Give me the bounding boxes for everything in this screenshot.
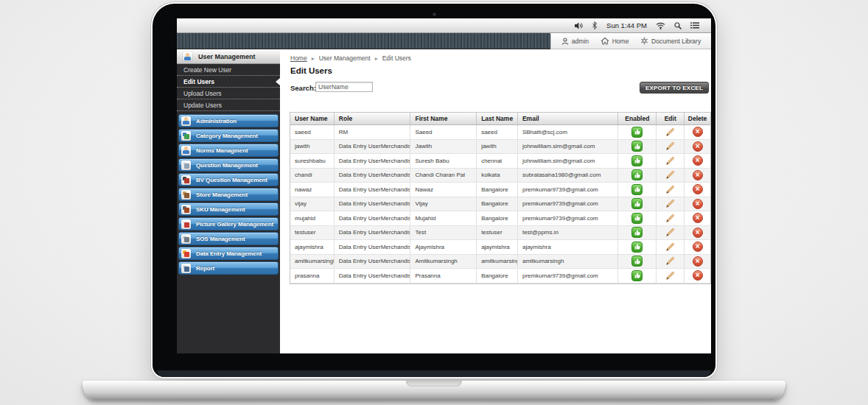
list-icon[interactable] (690, 22, 699, 29)
sidebar-button-label: Administration (196, 118, 237, 124)
sidebar-button[interactable]: Picture Gallery Management (178, 217, 279, 230)
cell-first-name: Test (415, 229, 426, 236)
edit-pencil-icon[interactable] (665, 170, 675, 180)
breadcrumb-separator-icon: ▸ (312, 55, 315, 62)
sidebar-subitem[interactable]: Create New User (177, 64, 280, 76)
cell-role: Data Entry UserMerchandiser (339, 215, 411, 222)
edit-pencil-icon[interactable] (665, 199, 675, 208)
edit-pencil-icon[interactable] (665, 214, 675, 223)
norms-user-icon (181, 146, 191, 155)
enabled-thumb-up-icon[interactable] (631, 184, 643, 195)
cell-last-name: Bangalore (481, 215, 508, 222)
enabled-thumb-up-icon[interactable] (631, 227, 643, 238)
enabled-thumb-up-icon[interactable] (631, 169, 643, 180)
search-label: Search: (290, 84, 316, 92)
cell-user-name: jawith (295, 143, 309, 149)
breadcrumb-user-management[interactable]: User Management (319, 54, 371, 62)
cell-role: Data Entry UserMerchandiser (339, 158, 411, 164)
sidebar-subitem-label: Update Users (183, 102, 222, 109)
delete-x-icon[interactable] (693, 199, 703, 209)
enabled-thumb-up-icon[interactable] (631, 213, 643, 224)
enabled-thumb-up-icon[interactable] (631, 270, 643, 281)
enabled-thumb-up-icon[interactable] (631, 155, 643, 166)
delete-x-icon[interactable] (693, 270, 703, 281)
delete-x-icon[interactable] (693, 141, 703, 152)
delete-x-icon[interactable] (693, 228, 703, 238)
cell-user-name: ajaymishra (295, 244, 323, 250)
table-row: mujahid Data Entry UserMerchandiser Muja… (290, 211, 710, 226)
volume-icon[interactable] (575, 22, 583, 29)
cell-user-name: prasanna (295, 272, 319, 279)
cell-user-name: chandi (295, 172, 312, 178)
breadcrumb-home-link[interactable]: Home (290, 54, 307, 62)
delete-x-icon[interactable] (693, 184, 703, 194)
export-to-excel-button[interactable]: EXPORT TO EXCEL (640, 82, 709, 94)
main-content: Home ▸ User Management ▸ Edit Users Edit… (280, 49, 711, 353)
edit-pencil-icon[interactable] (665, 271, 675, 281)
edit-pencil-icon[interactable] (665, 256, 675, 266)
column-header: User Name (290, 113, 335, 124)
delete-x-icon[interactable] (693, 256, 703, 267)
enabled-thumb-up-icon[interactable] (631, 127, 643, 138)
sidebar-button[interactable]: SKU Management (178, 202, 279, 216)
sidebar-button[interactable]: Data Entry Management (178, 247, 279, 260)
cell-email: test@ppms.in (522, 229, 559, 236)
nav-item-admin[interactable]: admin (561, 38, 589, 45)
delete-x-icon[interactable] (693, 155, 703, 166)
breadcrumb-edit-users[interactable]: Edit Users (382, 54, 411, 62)
delete-x-icon[interactable] (693, 127, 703, 137)
sidebar-button[interactable]: SOS Management (178, 232, 279, 245)
sidebar-button-label: Report (196, 265, 214, 272)
bluetooth-icon[interactable] (592, 21, 598, 29)
search-icon[interactable] (674, 22, 682, 29)
cell-user-name: vijay (295, 200, 307, 207)
table-row: sureshbabu Data Entry UserMerchandiser S… (290, 154, 710, 169)
nav-item-document-library[interactable]: Document Library (640, 37, 701, 45)
sidebar-header-user-management[interactable]: User Management (177, 49, 280, 64)
page-title: Edit Users (290, 66, 332, 75)
sidebar-button[interactable]: Store Management (178, 188, 279, 201)
cell-role: Data Entry UserMerchandiser (339, 200, 411, 207)
cell-email: subratasaha1980@gmail.com (522, 172, 601, 178)
table-row: chandi Data Entry UserMerchandiser Chand… (290, 169, 710, 183)
sidebar-subitem[interactable]: Upload Users (177, 88, 280, 99)
edit-pencil-icon[interactable] (665, 242, 675, 252)
desktop-background: Sun 1:44 PM admin (0, 0, 868, 405)
nav-item-label: admin (572, 38, 589, 45)
sidebar-button[interactable]: Question Management (178, 158, 279, 172)
cell-email: premkumar9739@gmail.com (522, 272, 598, 279)
sidebar-button[interactable]: BV Question Management (178, 173, 279, 186)
sidebar-subitem[interactable]: Edit Users (177, 76, 280, 88)
edit-pencil-icon[interactable] (665, 127, 675, 137)
delete-x-icon[interactable] (693, 242, 703, 252)
enabled-thumb-up-icon[interactable] (631, 198, 643, 209)
cell-user-name: nawaz (295, 186, 312, 193)
edit-pencil-icon[interactable] (665, 141, 675, 151)
cell-role: Data Entry UserMerchandiser (339, 186, 411, 193)
edit-pencil-icon[interactable] (665, 185, 675, 194)
column-header: Role (335, 113, 411, 124)
wifi-icon[interactable] (656, 22, 665, 29)
cell-role: Data Entry UserMerchandiser (339, 272, 411, 279)
sidebar-button-label: Norms Managment (196, 147, 248, 154)
sidebar-subitem[interactable]: Update Users (177, 99, 280, 111)
sidebar-button-label: Store Management (196, 191, 248, 198)
search-input[interactable] (315, 82, 373, 92)
edit-pencil-icon[interactable] (665, 228, 675, 237)
enabled-thumb-up-icon[interactable] (631, 141, 643, 152)
clock-text[interactable]: Sun 1:44 PM (606, 21, 647, 29)
enabled-thumb-up-icon[interactable] (631, 242, 643, 253)
cell-role: Data Entry UserMerchandiser (339, 143, 411, 149)
sidebar-button[interactable]: Report (178, 261, 279, 275)
cell-role: Data Entry UserMerchandiser (339, 172, 411, 178)
sidebar-button[interactable]: Administration (178, 114, 279, 127)
nav-item-home[interactable]: Home (601, 37, 629, 45)
cell-user-name: testuser (295, 229, 315, 236)
delete-x-icon[interactable] (693, 213, 703, 223)
sidebar-button[interactable]: Norms Managment (178, 144, 279, 157)
enabled-thumb-up-icon[interactable] (631, 256, 643, 267)
edit-pencil-icon[interactable] (665, 156, 675, 166)
cell-last-name: chennai (481, 158, 502, 164)
sidebar-button[interactable]: Category Management (178, 129, 279, 142)
delete-x-icon[interactable] (693, 170, 703, 180)
